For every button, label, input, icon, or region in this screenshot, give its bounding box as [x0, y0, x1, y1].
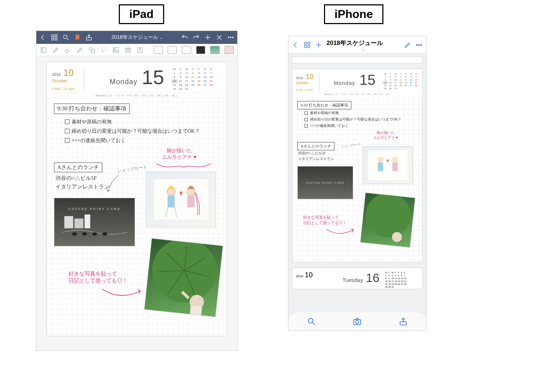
lunch-heading: Aさんとのランチ: [54, 163, 102, 172]
arrow-icon: [325, 226, 357, 237]
photo-note: 好きな写真を貼って日記として使っても◎！: [68, 270, 128, 284]
svg-point-42: [378, 157, 384, 163]
text-icon[interactable]: [136, 46, 144, 54]
pen-icon[interactable]: [404, 41, 411, 49]
svg-rect-18: [154, 179, 208, 220]
shop-card-note: ショップカード: [117, 164, 148, 174]
share-icon[interactable]: [85, 34, 93, 41]
pasted-drawing: [363, 146, 413, 184]
day-number: 15: [360, 73, 376, 87]
svg-point-40: [420, 44, 422, 45]
page-thumb[interactable]: [154, 46, 163, 54]
day-of-week: Tuesday: [342, 277, 363, 283]
highlighter-icon[interactable]: [76, 46, 84, 54]
page-thumb[interactable]: [196, 46, 205, 54]
eraser-icon[interactable]: [64, 46, 71, 54]
svg-rect-20: [167, 196, 175, 208]
svg-rect-11: [91, 50, 94, 53]
ipad-top-toolbar: 2018年スケジュール ⌄: [36, 31, 237, 44]
image-icon[interactable]: [112, 46, 120, 54]
camera-icon[interactable]: [352, 317, 362, 326]
mini-calendar: MTWTFSS123456789101112131415161718192021…: [383, 73, 419, 91]
prev-page-peek[interactable]: [292, 56, 423, 64]
day-of-week: Monday: [334, 80, 355, 86]
share-icon[interactable]: [399, 317, 408, 326]
page-thumb[interactable]: [168, 46, 177, 54]
page-thumb[interactable]: [182, 46, 191, 54]
svg-rect-3: [55, 38, 57, 40]
back-icon[interactable]: [292, 41, 299, 49]
redo-icon[interactable]: [193, 34, 200, 41]
mini-calendar: MTWTFSS123456789101112131415161718192021…: [171, 67, 222, 91]
document-title[interactable]: 2018年スケジュール⌄: [327, 39, 400, 51]
drawing-note: 娘が描いたエルサとアナ ♥: [373, 130, 398, 140]
page-thumb[interactable]: [225, 46, 234, 54]
svg-point-29: [92, 232, 97, 236]
close-tools-icon[interactable]: [216, 34, 223, 41]
pen-icon[interactable]: [52, 46, 59, 54]
adjacent-months: 9 Sep. | 11 Nov.: [52, 87, 81, 91]
ipad-frame: 2018年スケジュール ⌄ 2018 10: [36, 31, 238, 351]
svg-rect-33: [190, 306, 202, 317]
svg-rect-24: [64, 216, 73, 228]
pasted-drawing: [146, 172, 216, 227]
search-icon[interactable]: [307, 317, 316, 326]
month-name: October: [296, 81, 316, 85]
svg-rect-43: [378, 163, 383, 171]
device-label-ipad: iPad: [119, 4, 164, 24]
ipad-canvas[interactable]: 2018 10 October 9 Sep. | 11 Nov. Monday …: [36, 56, 237, 350]
lunch-detail: 渋谷の○△ビル5F: [298, 151, 326, 156]
svg-rect-41: [368, 150, 408, 180]
grid-icon[interactable]: [303, 41, 311, 49]
photo-note: 好きな写真を貼って日記として使っても◎！: [303, 215, 347, 225]
next-page-peek[interactable]: 2018 10 Tuesday 16 MTWTFSS12345678910111…: [292, 268, 423, 289]
more-icon[interactable]: [415, 41, 423, 49]
undo-icon[interactable]: [181, 34, 188, 41]
svg-point-8: [233, 37, 234, 38]
svg-rect-25: [74, 219, 83, 228]
svg-rect-1: [55, 35, 57, 37]
pasted-photo: [360, 192, 415, 248]
svg-point-7: [230, 37, 231, 38]
document-title[interactable]: 2018年スケジュール ⌄: [111, 34, 162, 41]
page-thumb[interactable]: [210, 46, 219, 54]
lunch-detail: イタリアンレストラン: [298, 156, 334, 161]
brace-icon: [155, 162, 212, 173]
grid-icon[interactable]: [51, 34, 58, 41]
coffee-card-label: COFFEE POINT CARD: [306, 182, 345, 184]
lasso-icon[interactable]: [100, 46, 108, 54]
month-number: 10: [306, 73, 314, 81]
year: 2018: [52, 72, 60, 77]
svg-rect-2: [52, 38, 54, 40]
day-number: 15: [142, 67, 164, 87]
lunch-heading: Aさんとのランチ: [297, 142, 334, 150]
meeting-heading: 9:30 打ち合わせ：確認事項: [54, 104, 130, 114]
note-area[interactable]: 9:30 打ち合わせ：確認事項 素材や原稿の有無 締め切り日の変更は可能か？可能…: [47, 101, 227, 332]
search-icon[interactable]: [62, 34, 69, 41]
checklist-item: 素材や原稿の有無: [305, 110, 339, 115]
checkbox-icon: [65, 129, 69, 133]
bookmark-icon[interactable]: [74, 34, 81, 41]
svg-point-16: [127, 49, 129, 51]
device-label-iphone: iPhone: [324, 4, 383, 24]
shape-icon[interactable]: [88, 46, 95, 54]
weekly-line: Weekly | 1 - 7 | 8 - 14 | 15 - 21 | 22 -…: [47, 94, 227, 97]
checkbox-icon: [65, 119, 69, 124]
svg-point-4: [63, 35, 67, 38]
checkbox-icon: [305, 124, 308, 128]
back-icon[interactable]: [39, 34, 46, 41]
svg-point-46: [364, 193, 413, 240]
more-icon[interactable]: [227, 34, 234, 41]
camera-icon[interactable]: [125, 46, 132, 54]
month-name: October: [52, 78, 81, 83]
add-icon[interactable]: [204, 34, 211, 41]
note-area[interactable]: 9:30 打ち合わせ：確認事項 素材や原稿の有無 締め切り日の変更は可能か？可能…: [292, 100, 422, 258]
checklist-item: 素材や原稿の有無: [65, 119, 112, 125]
svg-rect-9: [41, 47, 46, 52]
pasted-coffee-card: COFFEE POINT CARD: [297, 166, 353, 199]
arrow-icon: [101, 286, 144, 300]
iphone-scroll-area[interactable]: 2018 10 October 9 Sep. | 11 Nov. Monday …: [288, 54, 426, 331]
add-icon[interactable]: [315, 41, 322, 49]
iphone-bottom-toolbar: [288, 312, 426, 331]
readonly-icon[interactable]: [40, 46, 47, 54]
